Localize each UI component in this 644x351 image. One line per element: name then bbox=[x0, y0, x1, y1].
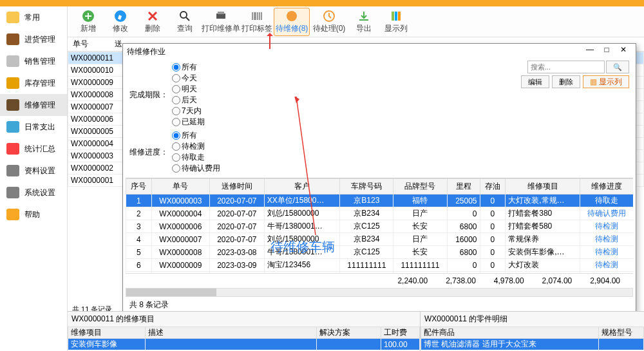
table-row[interactable]: 3WX00000062020-07-07牛哥/1380001…京C125长安68… bbox=[126, 220, 634, 233]
table-row[interactable]: 2WX00000042020-07-07刘总/15800000京B234日产00… bbox=[126, 207, 634, 220]
sidebar-item-7[interactable]: 资料设置 bbox=[0, 160, 67, 182]
sidebar-item-label: 日常支出 bbox=[24, 122, 55, 133]
modal-edit-button[interactable]: 编辑 bbox=[521, 75, 549, 88]
sidebar-item-4[interactable]: 维修管理 bbox=[0, 94, 67, 116]
barcode-icon bbox=[251, 10, 263, 23]
sidebar-item-label: 资料设置 bbox=[24, 166, 55, 176]
svg-rect-8 bbox=[392, 12, 394, 21]
pending-repair-button[interactable]: 待维修(8) bbox=[274, 8, 310, 36]
sidebar-item-label: 进货管理 bbox=[24, 34, 55, 45]
table-row: 安装倒车影像 100.00 bbox=[68, 339, 420, 350]
printer-icon bbox=[214, 10, 227, 23]
radio-待确认费用[interactable]: 待确认费用 bbox=[172, 163, 220, 174]
nav-icon bbox=[6, 165, 19, 176]
sidebar-item-label: 系统设置 bbox=[24, 187, 55, 198]
plus-icon bbox=[82, 10, 95, 23]
delete-button[interactable]: 删除 bbox=[137, 8, 168, 36]
print-repair-button[interactable]: 打印维修单 bbox=[202, 8, 240, 36]
export-icon bbox=[357, 10, 370, 23]
x-icon bbox=[146, 10, 159, 23]
sidebar-item-label: 帮助 bbox=[24, 209, 40, 220]
nav-icon bbox=[6, 55, 19, 67]
search-icon bbox=[178, 10, 191, 23]
clock-icon bbox=[323, 10, 336, 23]
radio-待检测[interactable]: 待检测 bbox=[172, 141, 220, 152]
query-button[interactable]: 查询 bbox=[169, 8, 200, 36]
close-button[interactable]: ✕ bbox=[615, 45, 632, 58]
columns-icon bbox=[390, 10, 402, 23]
radio-后天[interactable]: 后天 bbox=[172, 95, 205, 106]
modal-record-count: 共 8 条记录 bbox=[129, 299, 169, 310]
repair-items-table[interactable]: 维修项目描述解决方案工时费 安装倒车影像 100.00 bbox=[68, 327, 420, 350]
nav-icon bbox=[6, 33, 19, 45]
pending-repair-modal: 待维修作业 — □ ✕ 完成期限： 所有 今天 明天 后天 7天内 已延期 维修… bbox=[122, 43, 636, 312]
radio-所有[interactable]: 所有 bbox=[172, 62, 205, 73]
sidebar-item-2[interactable]: 销售管理 bbox=[0, 50, 67, 72]
detail-panels: WX0000011 的维修项目 维修项目描述解决方案工时费 安装倒车影像 100… bbox=[68, 311, 644, 351]
pencil-icon bbox=[114, 10, 127, 23]
sidebar-item-label: 销售管理 bbox=[24, 56, 55, 67]
radio-明天[interactable]: 明天 bbox=[172, 84, 205, 95]
sidebar-item-label: 统计汇总 bbox=[24, 144, 55, 155]
modal-delete-button[interactable]: 删除 bbox=[552, 75, 580, 88]
sidebar-item-0[interactable]: 常用 bbox=[0, 6, 67, 28]
radio-待取走[interactable]: 待取走 bbox=[172, 152, 220, 163]
table-row: 博世 机油滤清器 适用于大众宝来 bbox=[421, 339, 644, 350]
export-button[interactable]: 导出 bbox=[348, 8, 379, 36]
horizontal-scrollbar[interactable] bbox=[126, 288, 633, 297]
sidebar-item-1[interactable]: 进货管理 bbox=[0, 28, 67, 50]
sidebar-item-label: 库存管理 bbox=[24, 78, 55, 89]
svg-rect-10 bbox=[398, 12, 401, 21]
pending-process-button[interactable]: 待处理(0) bbox=[311, 8, 347, 36]
nav-icon bbox=[6, 143, 19, 155]
parts-detail-title: WX0000011 的零件明细 bbox=[421, 312, 644, 327]
nav-icon bbox=[6, 99, 19, 111]
svg-rect-7 bbox=[359, 19, 368, 21]
edit-button[interactable]: 修改 bbox=[105, 8, 136, 36]
minimize-button[interactable]: — bbox=[582, 45, 598, 58]
nav-icon bbox=[6, 12, 19, 23]
sidebar-item-8[interactable]: 系统设置 bbox=[0, 182, 67, 204]
show-cols-button[interactable]: 显示列 bbox=[381, 8, 412, 36]
sidebar: 常用进货管理销售管理库存管理维修管理日常支出统计汇总资料设置系统设置帮助 bbox=[0, 6, 68, 351]
svg-rect-4 bbox=[218, 12, 224, 14]
svg-rect-3 bbox=[216, 14, 225, 19]
print-label-button[interactable]: 打印标签 bbox=[242, 8, 272, 36]
sidebar-item-label: 维修管理 bbox=[24, 100, 55, 111]
radio-今天[interactable]: 今天 bbox=[172, 73, 205, 84]
pending-repair-table[interactable]: 序号单号送修时间客户车牌号码品牌型号里程存油维修项目维修进度工时费零件费用合计金… bbox=[126, 178, 633, 273]
svg-point-5 bbox=[287, 11, 297, 21]
toolbar: 新增 修改 删除 查询 打印维修单 打印标签 待维修(8) 待处理(0) 导出 … bbox=[68, 6, 644, 37]
search-go-button[interactable]: 🔍 bbox=[606, 61, 629, 73]
sidebar-item-5[interactable]: 日常支出 bbox=[0, 116, 67, 138]
svg-rect-9 bbox=[395, 12, 397, 21]
repair-items-title: WX0000011 的维修项目 bbox=[68, 312, 420, 327]
radio-7天内[interactable]: 7天内 bbox=[172, 106, 205, 117]
wrench-icon bbox=[285, 10, 298, 23]
sidebar-item-6[interactable]: 统计汇总 bbox=[0, 138, 67, 160]
nav-icon bbox=[6, 121, 19, 133]
svg-point-2 bbox=[180, 12, 187, 18]
add-button[interactable]: 新增 bbox=[73, 8, 104, 36]
sidebar-item-9[interactable]: 帮助 bbox=[0, 204, 67, 225]
table-row[interactable]: 5WX00000082023-03-08牛哥/1380001…京C125长安68… bbox=[126, 246, 634, 259]
nav-icon bbox=[6, 187, 19, 198]
modal-title: 待维修作业 bbox=[127, 46, 166, 57]
search-input[interactable] bbox=[527, 61, 605, 73]
radio-所有[interactable]: 所有 bbox=[172, 130, 220, 141]
modal-totals: 2,240.002,738.00 4,978.002,074.00 2,904.… bbox=[126, 273, 633, 288]
nav-icon bbox=[6, 209, 19, 220]
nav-icon bbox=[6, 77, 19, 89]
maximize-button[interactable]: □ bbox=[598, 45, 615, 58]
radio-已延期[interactable]: 已延期 bbox=[172, 117, 205, 128]
parts-detail-table[interactable]: 配件商品规格型号 博世 机油滤清器 适用于大众宝来 bbox=[421, 327, 644, 350]
repair-progress-filter: 维修进度： 所有 待检测 待取走 待确认费用 bbox=[129, 130, 629, 174]
sidebar-item-3[interactable]: 库存管理 bbox=[0, 72, 67, 94]
sidebar-item-label: 常用 bbox=[24, 12, 40, 23]
table-row[interactable]: 4WX00000072020-07-07刘总/15800000京B234日产16… bbox=[126, 233, 634, 246]
table-row[interactable]: 1WX00000032020-07-07XX单位/15800…京B123福特25… bbox=[126, 194, 634, 207]
modal-cols-button[interactable]: ▦ 显示列 bbox=[583, 75, 629, 88]
table-row[interactable]: 6WX00000092023-03-09淘宝/12345611111111111… bbox=[126, 259, 634, 272]
